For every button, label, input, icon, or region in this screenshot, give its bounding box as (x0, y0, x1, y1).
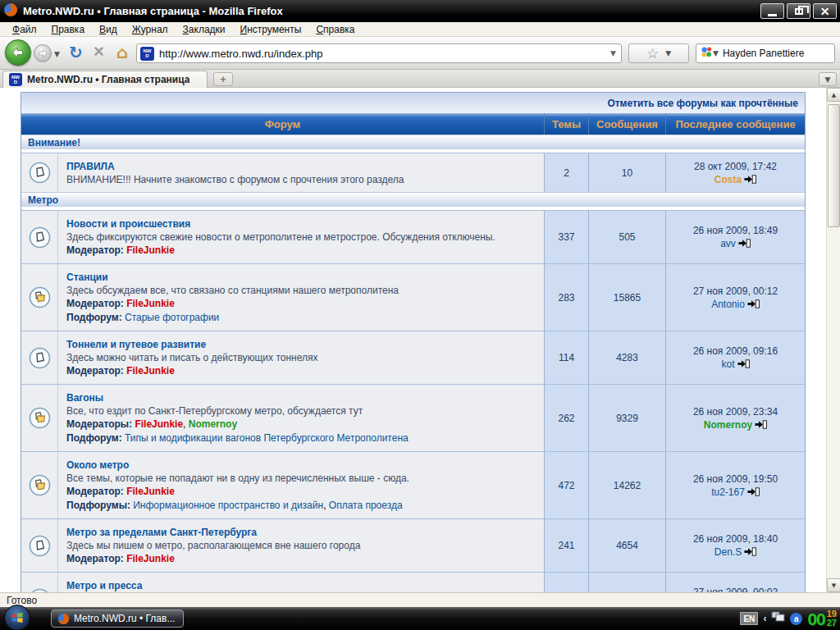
topics-count: 472 (544, 452, 588, 518)
moderator-link[interactable]: FileJunkie (126, 244, 175, 256)
last-post-cell: 27 ноя 2009, 00:02djtonik (665, 573, 805, 594)
last-post-user-link[interactable]: kot (721, 358, 734, 370)
tray-clock[interactable]: 00 19 27 (807, 609, 837, 628)
google-icon[interactable] (701, 46, 713, 62)
moderators-label: Модератор: (66, 298, 126, 309)
subforum-link[interactable]: Информационное пространство и дизайн (133, 500, 323, 511)
forum-status-icon (21, 573, 57, 594)
menu-edit[interactable]: Правка (44, 24, 93, 35)
tray-collapse-icon[interactable]: ‹ (763, 613, 766, 624)
last-post-user-line: avv (720, 237, 751, 250)
forum-link[interactable]: Станции (66, 271, 108, 284)
moderators-label: Модератор: (66, 486, 126, 497)
forum-row: ВагоныВсе, что ездит по Санкт-Петербургс… (21, 384, 805, 451)
moderators-label: Модераторы: (66, 418, 135, 430)
last-post-icon[interactable] (747, 486, 760, 499)
forum-link[interactable]: Тоннели и путевое развитие (66, 338, 206, 351)
scroll-up-icon[interactable]: ▲ (827, 88, 840, 102)
tray-a-icon[interactable]: a (790, 613, 802, 625)
restore-button[interactable] (787, 3, 810, 19)
menu-bookmarks[interactable]: Закладки (176, 24, 233, 35)
last-post-date: 27 ноя 2009, 00:12 (693, 285, 778, 298)
last-post-user-link[interactable]: avv (720, 238, 736, 249)
last-post-icon[interactable] (737, 358, 750, 371)
forum-link[interactable]: Вагоны (66, 391, 103, 404)
minimize-button[interactable] (760, 3, 784, 19)
tab-list-dropdown[interactable]: ▼ (819, 72, 837, 86)
moderators-label: Модератор: (66, 365, 126, 377)
last-post-user-line: kot (721, 358, 749, 371)
menu-help[interactable]: Справка (308, 24, 362, 35)
posts-count: 9329 (588, 385, 665, 451)
subforum-link[interactable]: Оплата проезда (329, 500, 403, 511)
network-icon[interactable] (771, 611, 785, 626)
last-post-user-link[interactable]: Nomernoy (704, 419, 752, 431)
language-indicator[interactable]: EN (740, 612, 758, 625)
last-post-icon[interactable] (738, 237, 751, 250)
taskbar: Metro.NWD.ru • Глав... EN ‹ a 00 19 27 (0, 607, 840, 630)
search-engine-dropdown-icon[interactable]: ▼ (713, 49, 719, 57)
menu-history[interactable]: Журнал (125, 24, 176, 35)
last-post-user-link[interactable]: Antonio (711, 299, 745, 310)
menu-file[interactable]: Файл (5, 24, 44, 35)
moderator-link[interactable]: FileJunkie (126, 298, 175, 309)
start-button[interactable] (4, 605, 30, 630)
taskbar-task-firefox[interactable]: Metro.NWD.ru • Глав... (51, 609, 184, 628)
last-post-icon[interactable] (744, 546, 756, 559)
search-bar[interactable]: ▼ (696, 43, 835, 63)
forward-button[interactable] (34, 44, 52, 62)
last-post-user-link[interactable]: tu2-167 (711, 486, 745, 498)
forum-link[interactable]: Новости и происшествия (66, 217, 190, 231)
menu-tools[interactable]: Инструменты (233, 24, 309, 35)
active-tab[interactable]: NWD Metro.NWD.ru • Главная страница (2, 71, 208, 88)
bookmark-dropdown-icon[interactable]: ▼ (665, 49, 671, 57)
moderator-link[interactable]: Nomernoy (189, 418, 237, 430)
stop-button[interactable]: × (94, 41, 104, 62)
vertical-scrollbar[interactable]: ▲ ▼ (826, 88, 840, 592)
moderators-line: Модератор: FileJunkie (66, 297, 537, 311)
section-title: Метро (28, 194, 58, 206)
moderators-label: Модератор: (66, 553, 126, 564)
scroll-down-icon[interactable]: ▼ (827, 578, 840, 592)
url-input[interactable] (159, 48, 609, 60)
new-tab-button[interactable]: + (213, 72, 233, 86)
moderator-link[interactable]: FileJunkie (126, 553, 175, 564)
bookmark-star-icon[interactable]: ☆ (646, 47, 659, 61)
topics-count: 283 (544, 264, 588, 331)
moderator-link[interactable]: FileJunkie (126, 365, 175, 377)
forum-link[interactable]: Около метро (66, 459, 129, 472)
last-post-icon[interactable] (755, 418, 767, 431)
home-button[interactable]: ⌂ (116, 43, 128, 62)
moderators-label: Модератор: (66, 244, 126, 256)
forum-index-table: Отметить все форумы как прочтённые Форум… (21, 92, 806, 594)
menu-view[interactable]: Вид (92, 24, 125, 35)
last-post-user-link[interactable]: Costa (714, 174, 742, 185)
back-button[interactable] (5, 39, 31, 66)
location-bar[interactable]: NWD ▼ (136, 43, 622, 63)
forum-description: Все темы, которые не попадают ни в одну … (66, 472, 537, 485)
forum-link[interactable]: Метро и пресса (66, 579, 142, 592)
subforum-link[interactable]: Типы и модификации вагонов Петербургског… (125, 432, 409, 444)
subforum-link[interactable]: Старые фотографии (125, 312, 219, 323)
bookmark-star-control[interactable]: ☆ ▼ (628, 43, 689, 63)
forum-info: ПРАВИЛАВНИМАНИЕ!!! Начните знакомство с … (57, 153, 544, 192)
last-post-icon[interactable] (747, 298, 760, 311)
moderator-link[interactable]: FileJunkie (126, 486, 175, 497)
tab-title: Metro.NWD.ru • Главная страница (27, 74, 189, 85)
scrollbar-thumb[interactable] (828, 104, 840, 227)
forum-description: Здесь мы пишем о метро, располагающемся … (66, 539, 537, 552)
moderator-link[interactable]: FileJunkie (135, 418, 183, 430)
last-post-user-link[interactable]: Den.S (714, 546, 742, 558)
forum-status-icon (21, 385, 57, 451)
history-dropdown-icon[interactable]: ▼ (54, 50, 60, 58)
forum-link[interactable]: ПРАВИЛА (66, 160, 115, 173)
last-post-icon[interactable] (744, 173, 756, 186)
search-input[interactable] (723, 48, 840, 59)
site-favicon: NWD (140, 47, 154, 61)
reload-button[interactable]: ↻ (69, 43, 83, 62)
close-button[interactable]: ✕ (813, 3, 837, 19)
mark-all-read-link[interactable]: Отметить все форумы как прочтённые (607, 98, 798, 109)
forum-link[interactable]: Метро за пределами Санкт-Петербурга (66, 526, 257, 539)
url-dropdown-icon[interactable]: ▼ (609, 49, 618, 57)
forum-info: Тоннели и путевое развитиеЗдесь можно чи… (57, 331, 544, 384)
